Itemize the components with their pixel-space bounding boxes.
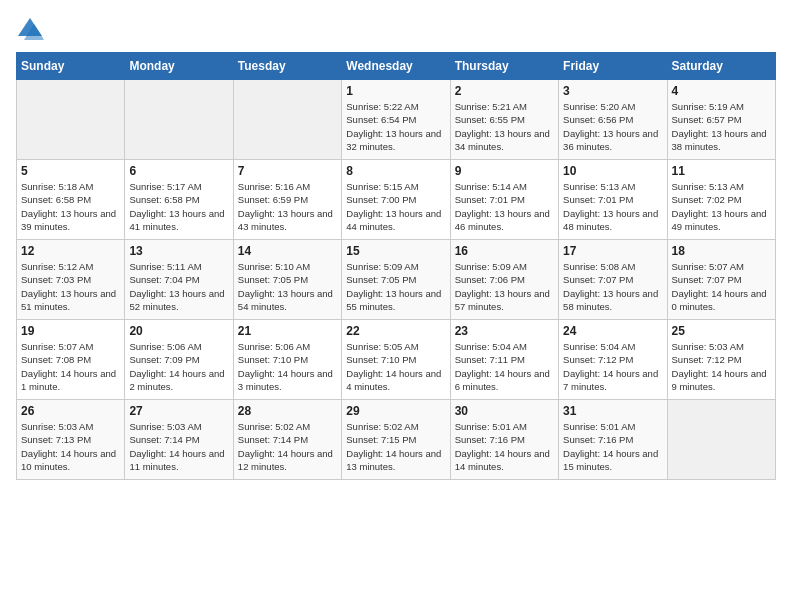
weekday-header: Thursday bbox=[450, 53, 558, 80]
day-number: 1 bbox=[346, 84, 445, 98]
weekday-header: Tuesday bbox=[233, 53, 341, 80]
cell-content: Sunrise: 5:04 AMSunset: 7:12 PMDaylight:… bbox=[563, 340, 662, 393]
cell-content: Sunrise: 5:03 AMSunset: 7:13 PMDaylight:… bbox=[21, 420, 120, 473]
day-number: 22 bbox=[346, 324, 445, 338]
calendar-cell: 25Sunrise: 5:03 AMSunset: 7:12 PMDayligh… bbox=[667, 320, 775, 400]
cell-content: Sunrise: 5:01 AMSunset: 7:16 PMDaylight:… bbox=[563, 420, 662, 473]
calendar-cell: 10Sunrise: 5:13 AMSunset: 7:01 PMDayligh… bbox=[559, 160, 667, 240]
cell-content: Sunrise: 5:07 AMSunset: 7:08 PMDaylight:… bbox=[21, 340, 120, 393]
calendar-cell: 8Sunrise: 5:15 AMSunset: 7:00 PMDaylight… bbox=[342, 160, 450, 240]
calendar-cell bbox=[17, 80, 125, 160]
day-number: 24 bbox=[563, 324, 662, 338]
cell-content: Sunrise: 5:22 AMSunset: 6:54 PMDaylight:… bbox=[346, 100, 445, 153]
day-number: 8 bbox=[346, 164, 445, 178]
cell-content: Sunrise: 5:07 AMSunset: 7:07 PMDaylight:… bbox=[672, 260, 771, 313]
calendar-cell: 30Sunrise: 5:01 AMSunset: 7:16 PMDayligh… bbox=[450, 400, 558, 480]
calendar-cell: 18Sunrise: 5:07 AMSunset: 7:07 PMDayligh… bbox=[667, 240, 775, 320]
day-number: 10 bbox=[563, 164, 662, 178]
calendar-week-row: 19Sunrise: 5:07 AMSunset: 7:08 PMDayligh… bbox=[17, 320, 776, 400]
calendar-cell: 14Sunrise: 5:10 AMSunset: 7:05 PMDayligh… bbox=[233, 240, 341, 320]
weekday-header: Sunday bbox=[17, 53, 125, 80]
cell-content: Sunrise: 5:09 AMSunset: 7:05 PMDaylight:… bbox=[346, 260, 445, 313]
day-number: 4 bbox=[672, 84, 771, 98]
calendar-cell: 3Sunrise: 5:20 AMSunset: 6:56 PMDaylight… bbox=[559, 80, 667, 160]
weekday-header: Monday bbox=[125, 53, 233, 80]
cell-content: Sunrise: 5:08 AMSunset: 7:07 PMDaylight:… bbox=[563, 260, 662, 313]
day-number: 20 bbox=[129, 324, 228, 338]
calendar-cell: 9Sunrise: 5:14 AMSunset: 7:01 PMDaylight… bbox=[450, 160, 558, 240]
calendar-cell: 1Sunrise: 5:22 AMSunset: 6:54 PMDaylight… bbox=[342, 80, 450, 160]
day-number: 13 bbox=[129, 244, 228, 258]
day-number: 9 bbox=[455, 164, 554, 178]
day-number: 30 bbox=[455, 404, 554, 418]
day-number: 18 bbox=[672, 244, 771, 258]
cell-content: Sunrise: 5:03 AMSunset: 7:12 PMDaylight:… bbox=[672, 340, 771, 393]
calendar-cell: 5Sunrise: 5:18 AMSunset: 6:58 PMDaylight… bbox=[17, 160, 125, 240]
day-number: 26 bbox=[21, 404, 120, 418]
calendar-table: SundayMondayTuesdayWednesdayThursdayFrid… bbox=[16, 52, 776, 480]
cell-content: Sunrise: 5:12 AMSunset: 7:03 PMDaylight:… bbox=[21, 260, 120, 313]
cell-content: Sunrise: 5:20 AMSunset: 6:56 PMDaylight:… bbox=[563, 100, 662, 153]
calendar-cell: 16Sunrise: 5:09 AMSunset: 7:06 PMDayligh… bbox=[450, 240, 558, 320]
day-number: 17 bbox=[563, 244, 662, 258]
calendar-cell: 28Sunrise: 5:02 AMSunset: 7:14 PMDayligh… bbox=[233, 400, 341, 480]
calendar-week-row: 1Sunrise: 5:22 AMSunset: 6:54 PMDaylight… bbox=[17, 80, 776, 160]
calendar-cell: 2Sunrise: 5:21 AMSunset: 6:55 PMDaylight… bbox=[450, 80, 558, 160]
cell-content: Sunrise: 5:19 AMSunset: 6:57 PMDaylight:… bbox=[672, 100, 771, 153]
calendar-cell: 26Sunrise: 5:03 AMSunset: 7:13 PMDayligh… bbox=[17, 400, 125, 480]
cell-content: Sunrise: 5:04 AMSunset: 7:11 PMDaylight:… bbox=[455, 340, 554, 393]
cell-content: Sunrise: 5:06 AMSunset: 7:09 PMDaylight:… bbox=[129, 340, 228, 393]
calendar-body: 1Sunrise: 5:22 AMSunset: 6:54 PMDaylight… bbox=[17, 80, 776, 480]
calendar-cell: 27Sunrise: 5:03 AMSunset: 7:14 PMDayligh… bbox=[125, 400, 233, 480]
calendar-cell: 17Sunrise: 5:08 AMSunset: 7:07 PMDayligh… bbox=[559, 240, 667, 320]
day-number: 31 bbox=[563, 404, 662, 418]
calendar-cell: 23Sunrise: 5:04 AMSunset: 7:11 PMDayligh… bbox=[450, 320, 558, 400]
logo bbox=[16, 16, 48, 44]
day-number: 11 bbox=[672, 164, 771, 178]
calendar-cell: 4Sunrise: 5:19 AMSunset: 6:57 PMDaylight… bbox=[667, 80, 775, 160]
day-number: 15 bbox=[346, 244, 445, 258]
day-number: 12 bbox=[21, 244, 120, 258]
cell-content: Sunrise: 5:16 AMSunset: 6:59 PMDaylight:… bbox=[238, 180, 337, 233]
calendar-cell: 24Sunrise: 5:04 AMSunset: 7:12 PMDayligh… bbox=[559, 320, 667, 400]
calendar-cell bbox=[125, 80, 233, 160]
weekday-row: SundayMondayTuesdayWednesdayThursdayFrid… bbox=[17, 53, 776, 80]
day-number: 14 bbox=[238, 244, 337, 258]
day-number: 19 bbox=[21, 324, 120, 338]
calendar-week-row: 12Sunrise: 5:12 AMSunset: 7:03 PMDayligh… bbox=[17, 240, 776, 320]
day-number: 27 bbox=[129, 404, 228, 418]
logo-icon bbox=[16, 16, 44, 44]
day-number: 25 bbox=[672, 324, 771, 338]
day-number: 2 bbox=[455, 84, 554, 98]
day-number: 3 bbox=[563, 84, 662, 98]
cell-content: Sunrise: 5:09 AMSunset: 7:06 PMDaylight:… bbox=[455, 260, 554, 313]
calendar-cell bbox=[667, 400, 775, 480]
day-number: 6 bbox=[129, 164, 228, 178]
calendar-cell bbox=[233, 80, 341, 160]
calendar-cell: 12Sunrise: 5:12 AMSunset: 7:03 PMDayligh… bbox=[17, 240, 125, 320]
cell-content: Sunrise: 5:17 AMSunset: 6:58 PMDaylight:… bbox=[129, 180, 228, 233]
cell-content: Sunrise: 5:02 AMSunset: 7:14 PMDaylight:… bbox=[238, 420, 337, 473]
day-number: 16 bbox=[455, 244, 554, 258]
page-header bbox=[16, 16, 776, 44]
calendar-cell: 11Sunrise: 5:13 AMSunset: 7:02 PMDayligh… bbox=[667, 160, 775, 240]
day-number: 5 bbox=[21, 164, 120, 178]
day-number: 28 bbox=[238, 404, 337, 418]
cell-content: Sunrise: 5:13 AMSunset: 7:02 PMDaylight:… bbox=[672, 180, 771, 233]
calendar-cell: 20Sunrise: 5:06 AMSunset: 7:09 PMDayligh… bbox=[125, 320, 233, 400]
cell-content: Sunrise: 5:05 AMSunset: 7:10 PMDaylight:… bbox=[346, 340, 445, 393]
cell-content: Sunrise: 5:21 AMSunset: 6:55 PMDaylight:… bbox=[455, 100, 554, 153]
calendar-cell: 19Sunrise: 5:07 AMSunset: 7:08 PMDayligh… bbox=[17, 320, 125, 400]
cell-content: Sunrise: 5:03 AMSunset: 7:14 PMDaylight:… bbox=[129, 420, 228, 473]
cell-content: Sunrise: 5:18 AMSunset: 6:58 PMDaylight:… bbox=[21, 180, 120, 233]
weekday-header: Saturday bbox=[667, 53, 775, 80]
cell-content: Sunrise: 5:15 AMSunset: 7:00 PMDaylight:… bbox=[346, 180, 445, 233]
cell-content: Sunrise: 5:14 AMSunset: 7:01 PMDaylight:… bbox=[455, 180, 554, 233]
calendar-cell: 13Sunrise: 5:11 AMSunset: 7:04 PMDayligh… bbox=[125, 240, 233, 320]
calendar-cell: 7Sunrise: 5:16 AMSunset: 6:59 PMDaylight… bbox=[233, 160, 341, 240]
calendar-cell: 21Sunrise: 5:06 AMSunset: 7:10 PMDayligh… bbox=[233, 320, 341, 400]
calendar-cell: 15Sunrise: 5:09 AMSunset: 7:05 PMDayligh… bbox=[342, 240, 450, 320]
cell-content: Sunrise: 5:10 AMSunset: 7:05 PMDaylight:… bbox=[238, 260, 337, 313]
weekday-header: Wednesday bbox=[342, 53, 450, 80]
day-number: 21 bbox=[238, 324, 337, 338]
